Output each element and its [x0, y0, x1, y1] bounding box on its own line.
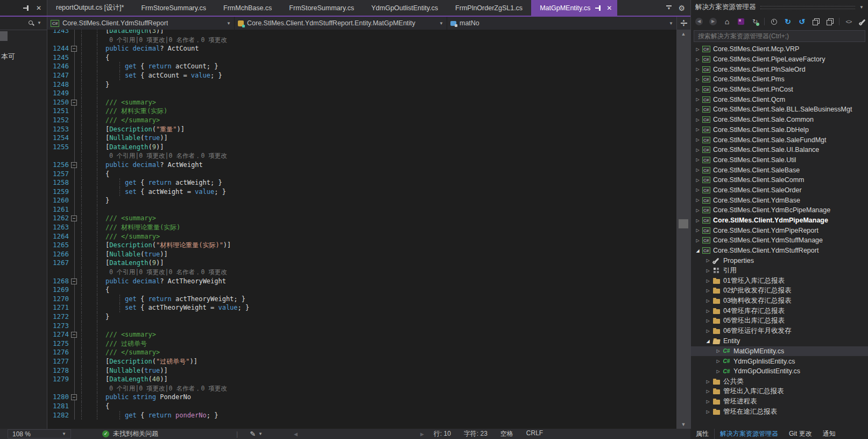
tree-item[interactable]: ▷02炉批收发存汇总报表 — [691, 286, 868, 296]
codelens-text[interactable]: 0 个引用|0 项更改|0 名作者，0 项更改 — [109, 152, 227, 159]
member-dropdown[interactable]: matNo ▼ — [447, 17, 676, 30]
tree-item[interactable]: ▷引用 — [691, 266, 868, 276]
tree-item[interactable]: ▷C#Core.StlMes.Client.YdmStuffManage — [691, 235, 868, 246]
collapsed-arrow-icon[interactable]: ▷ — [704, 258, 711, 263]
tree-item[interactable]: ▷管坯进程表 — [691, 396, 868, 407]
fold-collapse-icon[interactable]: − — [71, 332, 77, 338]
tree-item[interactable]: ▷公共类 — [691, 377, 868, 387]
collapsed-arrow-icon[interactable]: ▷ — [694, 87, 701, 92]
collapsed-arrow-icon[interactable]: ▷ — [694, 228, 701, 233]
collapsed-arrow-icon[interactable]: ▷ — [715, 359, 722, 364]
collapsed-arrow-icon[interactable]: ▷ — [694, 47, 701, 52]
collapsed-arrow-icon[interactable]: ▷ — [694, 117, 701, 122]
code-editor[interactable]: 1243[DataLength(3)]0 个引用|0 项更改|0 名作者，0 项… — [47, 30, 676, 429]
scrollbar-down-arrow-icon[interactable]: ▼ — [676, 422, 690, 427]
zoom-control[interactable]: 108 % ▼ — [8, 429, 71, 438]
type-dropdown[interactable]: Core.StlMes.Client.YdmStuffReport.Entity… — [235, 17, 447, 30]
tree-item[interactable]: ◢Entity — [691, 336, 868, 346]
document-tab[interactable]: FrmPlnOrderZgSL1.cs — [447, 0, 531, 16]
collapsed-arrow-icon[interactable]: ▷ — [715, 369, 722, 374]
collapsed-arrow-icon[interactable]: ▷ — [694, 137, 701, 142]
codelens-text[interactable]: 0 个引用|0 项更改|0 名作者，0 项更改 — [109, 36, 227, 44]
collapsed-arrow-icon[interactable]: ▷ — [694, 77, 701, 82]
collapsed-arrow-icon[interactable]: ▷ — [715, 349, 722, 353]
tree-item[interactable]: ▷C#Core.StlMes.Client.Sale.DbHelp — [691, 125, 868, 135]
collapsed-arrow-icon[interactable]: ▷ — [704, 409, 711, 414]
collapsed-arrow-icon[interactable]: ▷ — [694, 127, 701, 132]
fold-collapse-icon[interactable]: − — [71, 162, 77, 168]
tree-item[interactable]: ▷C#Core.StlMes.Client.Sale.SaleFundMgt — [691, 135, 868, 145]
document-tab[interactable]: FrmStoreSummary.cs — [280, 0, 363, 16]
collapsed-arrow-icon[interactable]: ▷ — [704, 278, 711, 283]
fold-collapse-icon[interactable]: − — [71, 278, 77, 284]
column-indicator[interactable]: 字符: 23 — [464, 429, 488, 438]
editor-vertical-scrollbar[interactable]: ▲ ▼ — [676, 30, 690, 429]
pin-icon[interactable] — [23, 5, 30, 11]
tree-item[interactable]: ▷C#Core.StlMes.Client.YdmBcPipeManage — [691, 205, 868, 215]
collapsed-arrow-icon[interactable]: ▷ — [704, 318, 711, 323]
tree-item[interactable]: ▷C#Core.StlMes.Client.Sale.BLL.SaleBusin… — [691, 104, 868, 115]
tree-item[interactable]: ▷C#Core.StlMes.Client.YdmPipeManage — [691, 215, 868, 226]
tree-item[interactable]: ▷C#Core.StlMes.Client.PnCost — [691, 85, 868, 95]
tree-item[interactable]: ▷管坯出入库汇总报表 — [691, 386, 868, 396]
document-tab[interactable]: MatGpMEntity.cs✕ — [531, 0, 617, 16]
document-tab[interactable]: YdmGpOutlistEntity.cs — [363, 0, 447, 16]
panel-tab[interactable]: 解决方案资源管理器 — [715, 429, 784, 439]
scrollbar-up-arrow-icon[interactable]: ▲ — [676, 31, 690, 37]
line-indicator[interactable]: 行: 10 — [434, 429, 451, 438]
chevron-down-icon[interactable]: ▼ — [859, 5, 864, 10]
fold-collapse-icon[interactable]: − — [71, 100, 77, 106]
tree-item[interactable]: ▷C#Core.StlMes.Client.Qcm — [691, 94, 868, 104]
toolbar-update-icon[interactable]: ↺ — [797, 17, 807, 26]
tree-item[interactable]: ▷05管坯出库汇总报表 — [691, 316, 868, 326]
toolbar-refresh-icon[interactable]: ↻ — [783, 17, 793, 26]
collapsed-arrow-icon[interactable]: ▷ — [694, 178, 701, 183]
collapsed-arrow-icon[interactable]: ▷ — [704, 298, 711, 303]
panel-tab[interactable]: 通知 — [817, 429, 841, 439]
tree-item[interactable]: ▷C#Core.StlMes.Client.Sale.UI.Balance — [691, 145, 868, 155]
tree-item[interactable]: ▷Properties — [691, 255, 868, 266]
collapsed-arrow-icon[interactable]: ▷ — [694, 187, 701, 192]
fold-collapse-icon[interactable]: − — [71, 46, 77, 52]
collapsed-arrow-icon[interactable]: ▷ — [704, 329, 711, 333]
document-tab[interactable]: FrmStoreSummary.cs — [132, 0, 215, 16]
collapsed-arrow-icon[interactable]: ▷ — [704, 389, 711, 394]
collapsed-arrow-icon[interactable]: ▷ — [704, 268, 711, 273]
fold-collapse-icon[interactable]: − — [71, 394, 77, 400]
toolbar-pending-changes-filter-icon[interactable] — [769, 17, 779, 26]
panel-tab[interactable]: 属性 — [690, 429, 715, 439]
collapsed-arrow-icon[interactable]: ▷ — [694, 148, 701, 152]
panel-tab[interactable]: Git 更改 — [784, 429, 817, 439]
expanded-arrow-icon[interactable]: ◢ — [694, 248, 701, 253]
fold-collapse-icon[interactable]: − — [71, 215, 77, 221]
chevron-down-icon[interactable]: ▼ — [37, 20, 41, 25]
close-tab-icon[interactable]: ✕ — [606, 5, 612, 11]
collapsed-arrow-icon[interactable]: ▷ — [694, 208, 701, 213]
close-icon[interactable]: ✕ — [36, 5, 41, 11]
expanded-arrow-icon[interactable]: ◢ — [704, 339, 711, 344]
tree-item[interactable]: ▷C#Core.StlMes.Client.Pms — [691, 74, 868, 85]
collapsed-arrow-icon[interactable]: ▷ — [704, 399, 711, 404]
toolbar-properties-icon[interactable] — [858, 17, 867, 26]
solution-search-input[interactable]: 搜索解决方案资源管理器(Ctrl+;) — [694, 30, 865, 42]
tree-item[interactable]: ▷C#Core.StlMes.Client.Mcp.VRP — [691, 44, 868, 54]
tab-overflow-icon[interactable] — [666, 5, 672, 11]
project-dropdown[interactable]: C# Core.StlMes.Client.YdmStuffReport ▼ — [47, 17, 235, 30]
hscroll-left-arrow-icon[interactable]: ◀ — [294, 431, 298, 437]
split-editor-button[interactable]: ▲ ▼ — [676, 17, 690, 30]
tree-item[interactable]: ▷01管坯入库汇总报表 — [691, 276, 868, 286]
document-tab[interactable]: reportOutput.cs [设计]* — [47, 0, 132, 16]
toolbar-home-icon[interactable]: ⌂ — [722, 17, 732, 26]
codelens-text[interactable]: 0 个引用|0 项更改|0 名作者，0 项更改 — [109, 385, 227, 392]
tree-item[interactable]: ▷04管坯库存汇总报表 — [691, 306, 868, 316]
tree-item[interactable]: ▷03物料收发存汇总报表 — [691, 296, 868, 306]
edit-mode-button[interactable]: ✎ ▼ — [250, 430, 263, 438]
search-icon[interactable] — [28, 20, 34, 26]
collapsed-arrow-icon[interactable]: ▷ — [704, 288, 711, 293]
codelens-text[interactable]: 0 个引用|0 项更改|0 名作者，0 项更改 — [109, 268, 227, 276]
tree-item[interactable]: ▷C#Core.StlMes.Client.PlnSaleOrd — [691, 64, 868, 74]
drag-handle-dots[interactable] — [760, 6, 856, 9]
spaces-indicator[interactable]: 空格 — [500, 429, 513, 438]
tree-item[interactable]: ▷C#YdmGpOutlistEntity.cs — [691, 366, 868, 377]
collapsed-arrow-icon[interactable]: ▷ — [694, 107, 701, 112]
